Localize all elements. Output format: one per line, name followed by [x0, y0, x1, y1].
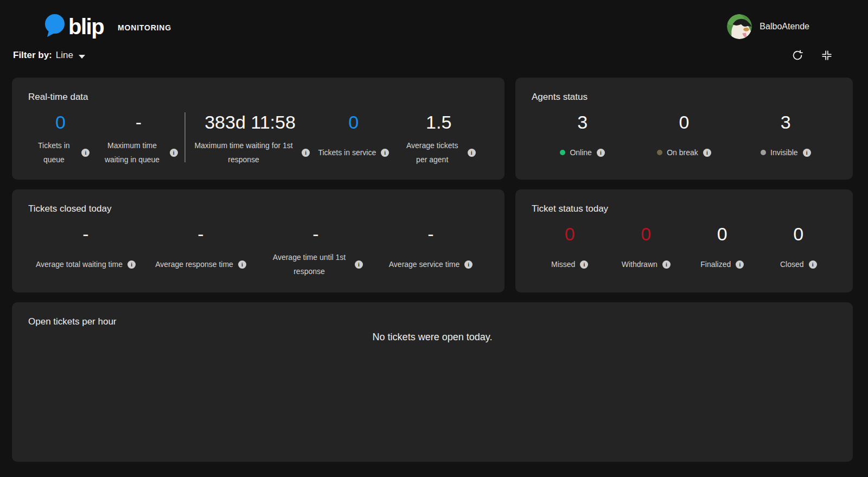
- empty-state-message: No tickets were open today.: [28, 330, 837, 344]
- info-icon[interactable]: i: [580, 260, 588, 269]
- info-icon[interactable]: i: [81, 149, 90, 157]
- metric-label: Tickets in service: [318, 145, 376, 160]
- metric-max-time-first-response: 383d 11:58 Maximum time waiting for 1st …: [186, 109, 314, 167]
- blip-balloon-icon: [41, 12, 67, 41]
- metric-label: Average time until 1st response: [269, 250, 350, 278]
- metric-label: Finalized: [700, 257, 731, 271]
- metric-agents-on-break: 0 On break i: [633, 109, 735, 167]
- info-icon[interactable]: i: [464, 260, 473, 269]
- chevron-down-icon: [79, 55, 85, 59]
- card-ticket-status-today: Ticket status today 0 Missed i 0 Withdra…: [515, 189, 853, 292]
- avatar[interactable]: [727, 14, 752, 39]
- metric-value: 3: [735, 109, 837, 135]
- info-icon[interactable]: i: [170, 149, 178, 157]
- metric-label: Maximum time waiting in queue: [100, 138, 165, 167]
- info-icon[interactable]: i: [381, 149, 389, 157]
- metric-label: Average service time: [389, 257, 459, 271]
- metric-label: Average response time: [155, 257, 233, 271]
- metric-value: 1.5: [393, 109, 485, 135]
- closed-metrics: - Average total waiting time i - Average…: [28, 221, 488, 278]
- metric-label: On break: [667, 145, 698, 160]
- metric-agents-online: 3 Online i: [532, 109, 633, 167]
- toolbar: [791, 49, 833, 62]
- metric-avg-tickets-per-agent: 1.5 Average tickets per agent i: [393, 109, 485, 167]
- metric-label: Average tickets per agent: [402, 138, 463, 167]
- metric-label: Tickets in queue: [31, 138, 76, 167]
- card-title: Real-time data: [28, 92, 488, 103]
- metric-tickets-in-service: 0 Tickets in service i: [315, 109, 393, 167]
- info-icon[interactable]: i: [703, 149, 711, 157]
- on-break-status-dot: [657, 150, 662, 155]
- card-realtime-data: Real-time data 0 Tickets in queue i - Ma…: [12, 78, 505, 180]
- info-icon[interactable]: i: [468, 149, 476, 157]
- collapse-button[interactable]: [820, 49, 833, 62]
- metric-label: Closed: [780, 257, 804, 271]
- filter-label: Filter by:: [13, 50, 52, 61]
- metric-value: 3: [532, 109, 633, 135]
- agents-metrics: 3 Online i 0 On break i: [532, 109, 837, 167]
- metric-label: Average total waiting time: [36, 257, 123, 271]
- metric-value: -: [28, 221, 143, 247]
- collapse-icon: [821, 49, 833, 61]
- metric-value: 0: [28, 109, 93, 135]
- info-icon[interactable]: i: [238, 260, 246, 269]
- card-tickets-closed-today: Tickets closed today - Average total wai…: [12, 189, 505, 292]
- brand-group: blip MONITORING: [41, 12, 171, 41]
- card-open-tickets-per-hour: Open tickets per hour No tickets were op…: [12, 302, 853, 462]
- metric-label: Invisible: [770, 145, 798, 160]
- metric-value: 0: [608, 221, 685, 247]
- card-title: Tickets closed today: [28, 203, 488, 214]
- blip-logo-text: blip: [68, 15, 104, 39]
- metric-avg-service-time: - Average service time i: [373, 221, 488, 278]
- page-title: MONITORING: [118, 21, 171, 32]
- metric-value: 0: [532, 221, 608, 247]
- metric-withdrawn: 0 Withdrawn i: [608, 221, 685, 278]
- metric-avg-total-waiting-time: - Average total waiting time i: [28, 221, 143, 278]
- refresh-button[interactable]: [791, 49, 804, 62]
- info-icon[interactable]: i: [302, 149, 310, 157]
- metric-value: 0: [633, 109, 735, 135]
- metric-value: 0: [315, 109, 393, 135]
- metric-tickets-in-queue: 0 Tickets in queue i: [28, 109, 93, 167]
- metric-value: -: [93, 109, 185, 135]
- metric-value: -: [258, 221, 373, 247]
- info-icon[interactable]: i: [127, 260, 136, 269]
- filter-row: Filter by: Line: [0, 47, 868, 64]
- info-icon[interactable]: i: [355, 260, 363, 269]
- status-metrics: 0 Missed i 0 Withdrawn i 0 Finalized i: [532, 221, 837, 278]
- online-status-dot: [560, 150, 565, 155]
- metric-label: Maximum time waiting for 1st response: [190, 138, 297, 167]
- card-title: Open tickets per hour: [28, 316, 837, 327]
- metric-value: -: [373, 221, 488, 247]
- refresh-icon: [792, 49, 803, 61]
- user-name: BalboAtende: [760, 22, 809, 31]
- metric-finalized: 0 Finalized i: [684, 221, 761, 278]
- invisible-status-dot: [761, 150, 766, 155]
- metric-label: Missed: [551, 257, 575, 271]
- info-icon[interactable]: i: [736, 260, 744, 269]
- metric-missed: 0 Missed i: [532, 221, 608, 278]
- top-bar: blip MONITORING BalboAtende: [0, 0, 868, 41]
- filter-by-dropdown[interactable]: Filter by: Line: [13, 50, 85, 61]
- card-agents-status: Agents status 3 Online i 0 On break: [515, 78, 853, 180]
- info-icon[interactable]: i: [662, 260, 671, 269]
- metric-label: Withdrawn: [622, 257, 658, 271]
- info-icon[interactable]: i: [803, 149, 811, 157]
- user-group: BalboAtende: [727, 14, 809, 39]
- metric-agents-invisible: 3 Invisible i: [735, 109, 837, 167]
- metric-label: Online: [570, 145, 591, 160]
- metric-avg-time-until-first-response: - Average time until 1st response i: [258, 221, 373, 278]
- card-title: Ticket status today: [532, 203, 837, 214]
- filter-value: Line: [56, 50, 73, 61]
- metric-value: 383d 11:58: [186, 109, 314, 135]
- metric-closed: 0 Closed i: [761, 221, 837, 278]
- realtime-metrics: 0 Tickets in queue i - Maximum time wait…: [28, 109, 488, 167]
- metric-value: 0: [684, 221, 761, 247]
- blip-logo: blip: [41, 12, 104, 41]
- card-title: Agents status: [532, 92, 837, 103]
- metric-max-time-waiting-queue: - Maximum time waiting in queue i: [93, 109, 185, 167]
- dashboard-grid: Real-time data 0 Tickets in queue i - Ma…: [12, 78, 853, 462]
- metric-value: -: [143, 221, 258, 247]
- info-icon[interactable]: i: [809, 260, 817, 269]
- info-icon[interactable]: i: [597, 149, 605, 157]
